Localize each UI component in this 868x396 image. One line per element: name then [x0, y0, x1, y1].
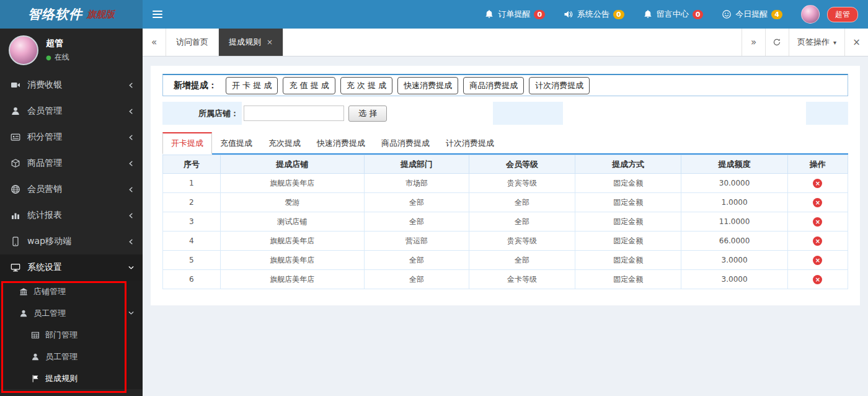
refresh-tab-button[interactable]	[765, 29, 789, 56]
tabs-scroll-right-button[interactable]: »	[742, 29, 765, 56]
table-header-row: 序号 提成店铺 提成部门 会员等级 提成方式 提成额度 操作	[163, 155, 848, 174]
chevron-left-icon	[128, 134, 135, 141]
tab-recharge-times-commission[interactable]: 充次提成	[260, 133, 309, 153]
header-actions: 订单提醒 0 系统公告 0 留言中心 0 今日提醒 4 超管	[466, 0, 868, 29]
sidebar-item-member-marketing[interactable]: 会员营销	[0, 176, 143, 202]
cell-member-level: 全部	[469, 251, 575, 270]
notif-message-center[interactable]: 留言中心 0	[643, 9, 704, 20]
flag-icon	[31, 374, 40, 383]
delete-icon[interactable]: ×	[813, 256, 822, 265]
menu-label: 系统设置	[27, 262, 62, 273]
menu-label: 店铺管理	[33, 286, 66, 297]
cell-amount: 11.0000	[681, 212, 787, 232]
sidebar-item-points-management[interactable]: 积分管理	[0, 124, 143, 150]
tab-commission-rules[interactable]: 提成规则 ×	[219, 29, 283, 56]
col-header-amount: 提成额度	[681, 155, 787, 174]
sidebar-item-wap-mobile[interactable]: wap移动端	[0, 228, 143, 254]
page-tab-bar: « 访问首页 提成规则 × » 页签操作 ▾ ×	[143, 29, 868, 56]
tabs-scroll-left-button[interactable]: «	[143, 29, 166, 56]
sidebar-item-member-management[interactable]: 会员管理	[0, 98, 143, 124]
double-chevron-right-icon: »	[751, 37, 756, 48]
cell-member-level: 贵宾等级	[469, 174, 575, 193]
sidebar-item-employee-management[interactable]: 员工管理	[0, 346, 143, 367]
cell-method: 固定金额	[575, 251, 681, 270]
menu-label: 积分管理	[27, 132, 62, 143]
sidebar-item-commission-rules[interactable]: 提成规则	[0, 367, 143, 389]
bell-icon	[643, 9, 653, 19]
cell-index: 5	[163, 251, 221, 270]
cell-actions: ×	[787, 251, 848, 270]
tab-open-card-commission[interactable]: 开卡提成	[162, 132, 212, 155]
shop-filter-label: 所属店铺：	[162, 102, 242, 125]
cell-amount: 3.0000	[681, 270, 787, 289]
shop-icon	[19, 287, 28, 296]
delete-icon[interactable]: ×	[813, 217, 822, 227]
cell-shop: 爱游	[220, 193, 364, 212]
filter-row-spacer	[563, 102, 806, 125]
notif-system-announcement[interactable]: 系统公告 0	[564, 9, 624, 20]
shop-select-button[interactable]: 选 择	[348, 106, 387, 122]
sidebar-menu: 消费收银 会员管理 积分管理 商品管理	[0, 72, 143, 281]
tab-label: 提成规则	[229, 37, 261, 48]
sidebar-item-shop-management[interactable]: 店铺管理	[0, 281, 143, 302]
menu-label: 员工管理	[45, 351, 78, 362]
cell-amount: 66.0000	[681, 232, 787, 251]
add-quick-consume-commission-button[interactable]: 快速消费提成	[397, 77, 458, 94]
notif-count-badge: 4	[771, 10, 782, 19]
cell-actions: ×	[787, 193, 848, 212]
table-row: 1 旗舰店美年店 市场部 贵宾等级 固定金额 30.0000 ×	[163, 174, 848, 193]
col-header-shop: 提成店铺	[220, 155, 364, 174]
tab-count-consume-commission[interactable]: 计次消费提成	[438, 133, 502, 153]
shop-filter-input[interactable]	[244, 106, 344, 121]
tab-bar-actions: » 页签操作 ▾ ×	[742, 29, 868, 56]
tab-operations-dropdown[interactable]: 页签操作 ▾	[789, 29, 844, 56]
delete-icon[interactable]: ×	[813, 198, 822, 207]
notif-today-reminder[interactable]: 今日提醒 4	[722, 9, 782, 20]
cell-method: 固定金额	[575, 270, 681, 289]
hamburger-icon[interactable]	[143, 0, 172, 29]
role-badge[interactable]: 超管	[827, 7, 858, 22]
add-goods-consume-commission-button[interactable]: 商品消费提成	[463, 77, 524, 94]
cell-department: 全部	[364, 251, 469, 270]
notif-label: 留言中心	[657, 9, 689, 20]
user-icon	[11, 106, 20, 116]
sidebar-item-consume-cashier[interactable]: 消费收银	[0, 72, 143, 98]
delete-icon[interactable]: ×	[813, 236, 822, 246]
sidebar-avatar	[9, 35, 38, 65]
tab-goods-consume-commission[interactable]: 商品消费提成	[373, 133, 438, 153]
department-grid-icon	[31, 331, 40, 340]
close-all-tabs-button[interactable]: ×	[844, 29, 868, 56]
brand-edition: 旗舰版	[87, 9, 115, 20]
delete-icon[interactable]: ×	[813, 179, 822, 188]
shop-filter-field: 选 择	[242, 102, 493, 125]
tab-recharge-commission[interactable]: 充值提成	[212, 133, 260, 153]
col-header-department: 提成部门	[364, 155, 469, 174]
user-avatar[interactable]	[801, 5, 820, 24]
notif-order-reminder[interactable]: 订单提醒 0	[484, 9, 545, 20]
table-row: 4 旗舰店美年店 营运部 贵宾等级 固定金额 66.0000 ×	[163, 232, 848, 251]
sidebar-item-system-settings[interactable]: 系统设置	[0, 254, 143, 281]
add-open-card-commission-button[interactable]: 开 卡 提 成	[226, 77, 278, 94]
close-icon[interactable]: ×	[267, 38, 273, 47]
sidebar-item-department-management[interactable]: 部门管理	[0, 324, 143, 346]
tab-home[interactable]: 访问首页	[166, 29, 219, 56]
add-recharge-times-commission-button[interactable]: 充 次 提 成	[340, 77, 392, 94]
delete-icon[interactable]: ×	[813, 275, 822, 284]
add-count-consume-commission-button[interactable]: 计次消费提成	[529, 77, 590, 94]
sidebar-item-statistics-report[interactable]: 统计报表	[0, 202, 143, 228]
menu-label: 会员管理	[27, 106, 62, 117]
cell-method: 固定金额	[575, 212, 681, 232]
col-header-index: 序号	[163, 155, 221, 174]
chevron-left-icon	[128, 160, 135, 167]
video-icon	[11, 80, 20, 90]
refresh-icon	[773, 38, 781, 47]
add-recharge-commission-button[interactable]: 充 值 提 成	[283, 77, 335, 94]
sidebar-item-staff-management[interactable]: 员工管理	[0, 302, 143, 324]
sidebar-user-panel: 超管 ● 在线	[0, 29, 143, 72]
cell-shop: 旗舰店美年店	[220, 251, 364, 270]
close-icon: ×	[852, 37, 861, 48]
sidebar-item-goods-management[interactable]: 商品管理	[0, 150, 143, 176]
cell-shop: 测试店铺	[220, 212, 364, 232]
tab-quick-consume-commission[interactable]: 快速消费提成	[309, 133, 373, 153]
globe-icon	[11, 184, 20, 194]
